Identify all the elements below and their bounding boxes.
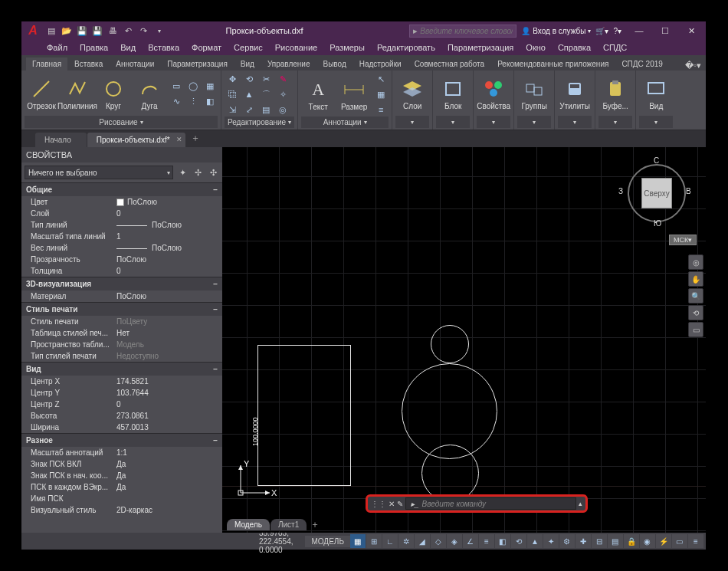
prop-row[interactable]: Ширина457.0013 <box>21 422 222 433</box>
sign-in-button[interactable]: 👤 Вход в службы ▾ <box>521 27 591 35</box>
tool-scale-icon[interactable]: ⤢ <box>241 103 257 116</box>
prop-row[interactable]: Знак ПСК ВКЛДа <box>21 458 222 470</box>
layout-tab-model[interactable]: Модель <box>227 519 270 530</box>
tool-copy-icon[interactable]: ⿻ <box>225 87 240 101</box>
command-line[interactable]: ⋮⋮ ✕ ✎ ▸_ Введите команду ▴ <box>366 494 588 513</box>
ribbon-tab-5[interactable]: Управление <box>261 57 316 71</box>
prop-row[interactable]: Имя ПСК <box>21 493 222 504</box>
viewcube-wcs-button[interactable]: МСК▾ <box>669 235 697 245</box>
prop-row[interactable]: Центр Y103.7644 <box>21 387 222 399</box>
status-hardware-icon[interactable]: ⚡ <box>656 534 671 548</box>
prop-row[interactable]: Знак ПСК в нач. коо...Да <box>21 470 222 481</box>
status-otrack-icon[interactable]: ∠ <box>463 534 478 548</box>
prop-row[interactable]: МатериалПоСлою <box>21 290 222 302</box>
status-cleanscreen-icon[interactable]: ▭ <box>672 534 687 548</box>
tool-region-icon[interactable]: ◧ <box>202 95 218 109</box>
tool-block[interactable]: Блок <box>436 73 470 116</box>
prop-value[interactable]: Недоступно <box>116 352 222 360</box>
tool-ellipse-icon[interactable]: ◯ <box>185 80 201 94</box>
ribbon-tab-8[interactable]: Совместная работа <box>408 57 491 71</box>
ribbon-tab-1[interactable]: Вставка <box>68 57 109 71</box>
tool-hatch-icon[interactable]: ▦ <box>202 80 218 94</box>
prop-value[interactable]: Да <box>116 460 222 468</box>
status-3dosnap-icon[interactable]: ◈ <box>447 534 462 548</box>
close-button[interactable]: ✕ <box>678 21 704 40</box>
tool-mtext-icon[interactable]: ≡ <box>373 103 389 116</box>
prop-value[interactable]: Модель <box>116 340 222 349</box>
prop-row[interactable]: Слой0 <box>21 208 222 219</box>
status-isolate-icon[interactable]: ◉ <box>640 534 655 548</box>
help-icon[interactable]: ?▾ <box>613 27 621 35</box>
viewcube-north[interactable]: С <box>654 156 659 165</box>
tool-layers[interactable]: Слои <box>395 73 429 116</box>
prop-group-Стиль печати[interactable]: Стиль печати <box>21 302 222 316</box>
status-lineweight-icon[interactable]: ≡ <box>479 534 494 548</box>
prop-value[interactable]: 174.5821 <box>116 377 222 386</box>
prop-value[interactable]: ПоСлою <box>116 244 222 252</box>
viewcube-east[interactable]: В <box>686 187 691 195</box>
tool-arc[interactable]: Дуга <box>133 73 166 116</box>
select-objects-icon[interactable]: ✢ <box>192 166 204 179</box>
ribbon-tab-3[interactable]: Параметризация <box>161 57 234 71</box>
status-grid-icon[interactable]: ▦ <box>350 534 366 548</box>
qat-more-icon[interactable] <box>152 24 166 38</box>
prop-row[interactable]: Пространство табли...Модель <box>21 339 222 350</box>
layout-add-button[interactable]: ＋ <box>307 518 323 531</box>
status-snap-icon[interactable]: ⊞ <box>366 534 382 548</box>
prop-row[interactable]: Центр Z0 <box>21 399 222 410</box>
status-isodraft-icon[interactable]: ◢ <box>415 534 430 548</box>
tool-line[interactable]: Отрезок <box>25 73 58 116</box>
viewcube-west[interactable]: З <box>618 187 623 195</box>
menu-окно[interactable]: Окно <box>520 41 551 54</box>
qat-plot-icon[interactable]: 🖶 <box>106 24 120 38</box>
tool-explode-icon[interactable]: ✧ <box>275 87 290 101</box>
minimize-button[interactable]: — <box>626 21 652 40</box>
prop-row[interactable]: Визуальный стиль2D-каркас <box>21 504 222 516</box>
doc-tab-active[interactable]: Прокси-объекты.dxf*✕ <box>87 133 185 147</box>
prop-row[interactable]: Масштаб типа линий1 <box>21 231 222 242</box>
viewcube-south[interactable]: Ю <box>654 219 661 228</box>
ribbon-tab-10[interactable]: СПДС 2019 <box>615 57 668 71</box>
tool-leader-icon[interactable]: ↖ <box>373 72 389 86</box>
qat-save-icon[interactable]: 💾 <box>75 24 89 38</box>
doc-tab-start[interactable]: Начало <box>35 133 87 147</box>
ribbon-collapse-icon[interactable]: �◦▾ <box>685 61 701 71</box>
prop-value[interactable]: Нет <box>116 329 222 337</box>
ribbon-tab-2[interactable]: Аннотации <box>110 57 160 71</box>
command-input[interactable]: ▸_ Введите команду <box>405 497 576 510</box>
menu-справка[interactable]: Справка <box>553 41 596 54</box>
tool-fillet-icon[interactable]: ⌒ <box>258 87 274 101</box>
menu-рисование[interactable]: Рисование <box>270 41 323 54</box>
ribbon-tab-0[interactable]: Главная <box>26 57 67 71</box>
selection-combo[interactable]: Ничего не выбрано <box>25 166 173 179</box>
exchange-icon[interactable]: 🛒▾ <box>595 27 608 35</box>
cmd-history-icon[interactable]: ▴ <box>579 500 582 507</box>
prop-value[interactable]: Да <box>116 483 222 491</box>
prop-row[interactable]: Стиль печатиПоЦвету <box>21 316 222 327</box>
prop-value[interactable]: ПоСлою <box>116 292 222 300</box>
menu-размеры[interactable]: Размеры <box>324 41 370 54</box>
prop-value[interactable]: 2D-каркас <box>116 506 222 514</box>
status-quickprops-icon[interactable]: ▤ <box>608 534 623 548</box>
tool-table-icon[interactable]: ▦ <box>373 87 389 101</box>
toggle-pickadd-icon[interactable]: ✣ <box>207 166 219 179</box>
nav-showmotion-icon[interactable]: ▭ <box>688 322 703 337</box>
close-tab-icon[interactable]: ✕ <box>176 136 182 143</box>
ribbon-tab-7[interactable]: Надстройки <box>353 57 408 71</box>
tool-properties[interactable]: Свойства <box>477 73 510 116</box>
tool-rect-icon[interactable]: ▭ <box>169 80 184 94</box>
prop-row[interactable]: Высота273.0861 <box>21 410 222 422</box>
status-units-icon[interactable]: ⊟ <box>592 534 607 548</box>
tool-point-icon[interactable]: ⋮ <box>185 95 201 109</box>
status-workspace-icon[interactable]: ⚙ <box>559 534 575 548</box>
status-space-badge[interactable]: МОДЕЛЬ <box>305 536 349 547</box>
nav-zoom-icon[interactable]: 🔍 <box>688 288 703 304</box>
tool-polyline[interactable]: Полилиния <box>61 73 94 116</box>
menu-редактировать[interactable]: Редактировать <box>372 41 441 54</box>
prop-value[interactable]: 0 <box>116 209 222 218</box>
ribbon-tab-4[interactable]: Вид <box>234 57 261 71</box>
prop-value[interactable]: 0 <box>116 400 222 409</box>
prop-row[interactable]: ПрозрачностьПоСлою <box>21 254 222 265</box>
ribbon-tab-9[interactable]: Рекомендованные приложения <box>491 57 615 71</box>
prop-row[interactable]: Таблица стилей печ...Нет <box>21 327 222 339</box>
